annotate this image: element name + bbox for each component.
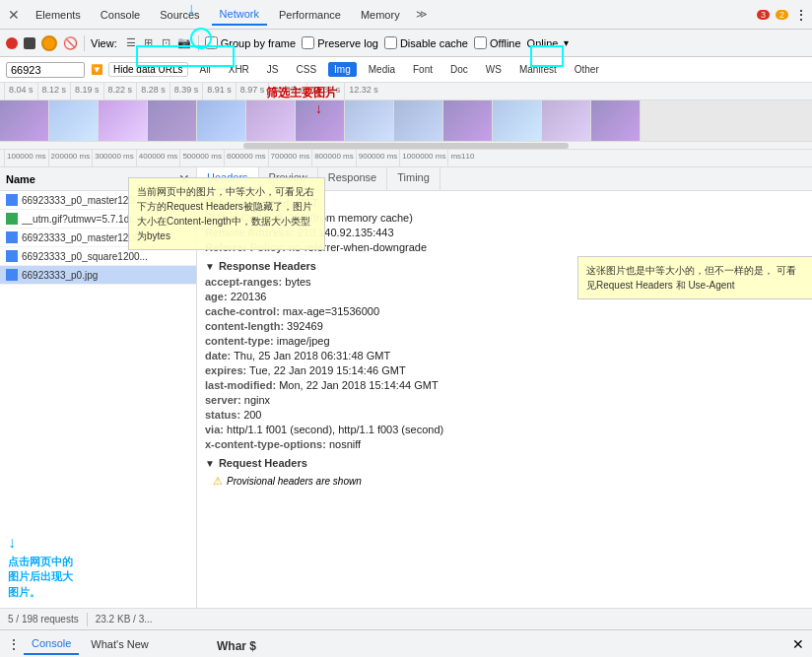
thumb-1[interactable] [49,100,99,142]
filter-funnel-icon[interactable]: 🔽 [91,64,102,75]
annotation-this-img-also: 这张图片也是中等大小的，但不一样的是， 可看见Request Headers 和… [577,256,812,299]
warning-icon: ⚠ [213,475,223,488]
devtools-tabs: ✕ Elements Console Sources Network Perfo… [0,0,812,30]
resp-value-expires: Tue, 22 Jan 2019 15:14:46 GMT [249,364,406,376]
resp-name-content-length: content-length: [205,320,284,332]
group-by-frame-checkbox[interactable] [205,36,218,49]
resp-value-server: nginx [244,394,270,406]
filter-ws-button[interactable]: WS [480,62,508,77]
file-icon-img [6,194,18,206]
separator [84,35,85,51]
group-by-frame-text: Group by frame [221,37,296,49]
thumb-8[interactable] [394,100,443,142]
grid-view-icon[interactable]: ⊞ [141,35,157,51]
scroll-bar[interactable] [0,142,812,150]
request-count: 5 / 198 requests [8,614,79,624]
whar-dollar-label: Whar $ [217,639,256,653]
thumb-3[interactable] [148,100,197,142]
disable-cache-label[interactable]: Disable cache [384,36,468,49]
disable-cache-checkbox[interactable] [384,36,397,49]
tab-sources[interactable]: Sources [152,5,207,25]
thumb-7[interactable] [345,100,394,142]
tab-response[interactable]: Response [318,167,388,190]
filter-icon[interactable]: ⊡ [159,35,174,51]
offline-label[interactable]: Offline [474,36,521,49]
status-bar: 5 / 198 requests 23.2 KB / 3... [0,608,812,629]
preserve-log-label[interactable]: Preserve log [302,36,378,49]
search-input[interactable] [6,62,85,78]
tick-10: 12.32 s [344,83,382,99]
resp-expires: expires: Tue, 22 Jan 2019 15:14:46 GMT [205,364,804,376]
resp-name-cache: cache-control: [205,305,280,317]
tick-7: 8.97 s [236,83,269,99]
resp-value-accept-ranges: bytes [285,276,310,288]
annotation-click-text: 点击网页中的 图片后出现大 图片。 [8,555,188,600]
tab-memory[interactable]: Memory [353,5,408,25]
ms-tick-4: 500000 ms [179,150,224,166]
tab-timing[interactable]: Timing [387,167,440,190]
group-by-frame-label[interactable]: Group by frame [205,36,296,49]
filter-manifest-button[interactable]: Manifest [513,62,563,77]
stop-button[interactable] [24,37,35,49]
resp-name-accept-ranges: accept-ranges: [205,276,282,288]
console-menu-icon[interactable]: ⋮ [8,637,20,651]
offline-text: Offline [490,37,521,49]
resp-x-content-type: x-content-type-options: nosniff [205,438,804,450]
tab-elements[interactable]: Elements [28,5,89,25]
online-chevron[interactable]: ▾ [564,37,569,48]
preserve-log-checkbox[interactable] [302,36,314,49]
section-arrow-request: ▼ [205,458,215,469]
filter-css-button[interactable]: CSS [291,62,323,77]
tick-2: 8.19 s [70,83,103,99]
filter-other-button[interactable]: Other [569,62,605,77]
ms-tick-0: 100000 ms [4,150,48,166]
record-button[interactable] [6,37,18,49]
filter-xhr-button[interactable]: XHR [223,62,255,77]
separator2 [198,35,199,51]
offline-checkbox[interactable] [474,36,487,49]
tab-performance[interactable]: Performance [271,5,349,25]
console-tab[interactable]: Console [24,633,79,655]
settings-icon[interactable]: ⋮ [794,7,808,23]
resp-value-status: 200 [243,409,261,421]
transfer-size: 23.2 KB / 3... [96,614,153,624]
filter-doc-button[interactable]: Doc [444,62,474,77]
filter-js-button[interactable]: JS [261,62,285,77]
console-close-icon[interactable]: ✕ [792,636,804,652]
scroll-thumb [243,143,569,149]
camera-icon[interactable]: 📷 [176,35,192,51]
close-icon[interactable]: ✕ [4,5,24,25]
online-dropdown[interactable]: Online [527,37,559,49]
filter-font-button[interactable]: Font [407,62,439,77]
filter-bar: 🔽 Hide data URLs All XHR JS CSS Img Medi… [0,57,812,83]
file-item-4[interactable]: 66923333_p0.jpg [0,266,196,285]
thumb-2[interactable] [99,100,148,142]
thumb-0[interactable] [0,100,49,142]
resp-value-content-length: 392469 [287,320,323,332]
annotation-current-page-imgs: 当前网页中的图片，中等大小，可看见右下方的Request Headers被隐藏了… [128,177,325,250]
thumb-5[interactable] [246,100,296,142]
clear-icon[interactable]: 🚫 [63,36,78,50]
resp-name-expires: expires: [205,364,246,376]
resp-value-last-modified: Mon, 22 Jan 2018 15:14:44 GMT [279,379,438,391]
tab-console[interactable]: Console [93,5,148,25]
thumb-10[interactable] [493,100,542,142]
list-view-icon[interactable]: ☰ [123,35,139,51]
thumb-12[interactable] [591,100,641,142]
filter-all-button[interactable]: All [194,62,217,77]
thumb-11[interactable] [542,100,591,142]
ms-tick-9: 1000000 ms [399,150,447,166]
request-headers-section[interactable]: ▼ Request Headers [205,453,804,473]
ms-tick-3: 400000 ms [136,150,180,166]
tick-0: 8.04 s [4,83,37,99]
ms-tick-5: 600000 ms [224,150,268,166]
capture-screenshot-button[interactable] [41,35,57,51]
tab-network[interactable]: Network [212,4,267,26]
hide-data-urls-button[interactable]: Hide data URLs [108,62,188,77]
thumb-9[interactable] [443,100,493,142]
more-tabs-icon[interactable]: ≫ [412,6,432,23]
filter-img-button[interactable]: Img [328,62,357,77]
filter-media-button[interactable]: Media [363,62,401,77]
whats-new-tab[interactable]: What's New [83,634,156,654]
thumb-4[interactable] [197,100,246,142]
